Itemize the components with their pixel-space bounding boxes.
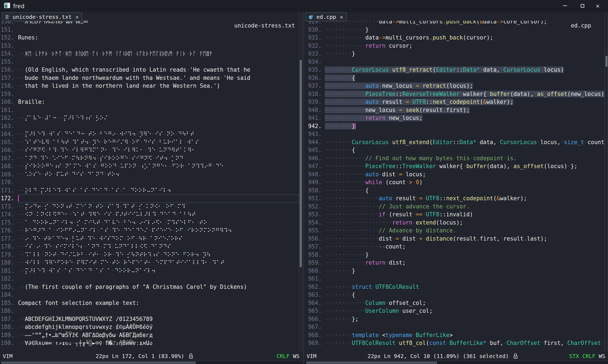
editor-line[interactable]: 963.········{	[304, 291, 604, 299]
editor-line[interactable]: 932.············return·cursor;	[304, 42, 604, 50]
editor-line[interactable]: 957.················--count;	[304, 243, 604, 251]
line-text[interactable]: ··ABCDEFGHIJKLMNOPQRSTUVWXYZ·/0123456789	[18, 315, 299, 323]
line-text[interactable]: ········};	[325, 315, 604, 323]
editor-line[interactable]: 949.············while·(count·>·0)	[304, 178, 604, 187]
tab-unicode-stress[interactable]: unicode-stress.txt ✕	[2, 12, 82, 21]
line-text[interactable]: ········UTF8ColResult·utf8_col(const·Buf…	[325, 339, 604, 347]
line-text[interactable]: ················--count;	[325, 243, 604, 251]
tab-close-icon[interactable]: ✕	[76, 14, 79, 20]
editor-line[interactable]: 174.··⠪⠝·⠅⠝⠪⠇⠫⠛⠑⠂·⠱⠁⠞·⠹⠻⠑·⠊⠎·⠏⠜⠞⠊⠊⠥⠇⠜⠇⠹·…	[0, 211, 299, 219]
line-text[interactable]: ··⡎⠊⠗⠕⠕⠛⠑⠰⠎·⠝⠁⠍⠑·⠺⠁⠎·⠛⠕⠕⠙·⠥⠏⠕⠝·⠰⡡⠁⠝⠛⠑⠂·⠋…	[18, 162, 299, 171]
line-text[interactable]: ··⡕⠇⠙·⡍⠜⠇⠑⠹·⠺⠁⠎·⠁⠎·⠙⠑⠁⠙·⠁⠎·⠁·⠙⠕⠕⠗⠤⠝⠁⠊⠇⠲	[18, 187, 299, 195]
line-text[interactable]: ············new_locus·=·seek(result.firs…	[325, 106, 604, 114]
line-text[interactable]: ··⠔·⠹⠑·⠞⠗⠁⠙⠑⠲·⡃⠥⠞·⠹⠑·⠺⠊⠎⠙⠕⠍·⠕⠋·⠳⠗·⠁⠝⠊⠑⠌⠕…	[18, 235, 299, 243]
line-text[interactable]	[325, 58, 604, 66]
editor-line[interactable]: 947.············PieceTree::TreeWalker·wa…	[304, 162, 604, 171]
line-text[interactable]: ············return·dist;	[325, 259, 604, 267]
editor-line[interactable]: 959.············return·dist;	[304, 259, 604, 267]
editor-line[interactable]: 938.············PieceTree::ReverseTreeWa…	[304, 90, 604, 98]
editor-line[interactable]: 953.················if·(result·==·UTF8::…	[304, 211, 604, 219]
editor-line[interactable]: 969.········UTF8ColResult·utf8_col(const…	[304, 339, 604, 347]
line-text[interactable]: ············UserColumn·user_col;	[325, 307, 604, 315]
editor-line[interactable]: 946.············//·Find·out·how·many·byt…	[304, 154, 604, 163]
editor-line[interactable]: 183.··(The·first·couple·of·paragraphs·of…	[0, 283, 299, 291]
editor-line[interactable]: 153.	[0, 42, 299, 50]
editor-line[interactable]: 161.	[0, 106, 299, 114]
line-text[interactable]: ················dist·=·dist·+·distance(r…	[325, 235, 604, 243]
line-text[interactable]: ············//·Find·out·how·many·bytes·t…	[325, 154, 604, 163]
line-text[interactable]: ············Column·offset_col;	[325, 299, 604, 307]
line-text[interactable]: ··(The·first·couple·of·paragraphs·of·"A·…	[18, 283, 299, 291]
line-text[interactable]: ··⡍⠜⠇⠑⠹·⠺⠁⠎·⠙⠑⠁⠙⠒·⠞⠕·⠃⠑⠛⠔·⠺⠊⠹⠲·⡹⠻⠑·⠊⠎·⠝⠕…	[18, 130, 299, 138]
line-text[interactable]	[18, 275, 299, 283]
editor-line[interactable]: 159.	[0, 90, 299, 98]
editor-line[interactable]: 187.··ABCDEFGHIJKLMNOPQRSTUVWXYZ·/012345…	[0, 315, 299, 323]
editor-line[interactable]: 955.················//·Advance·by·distan…	[304, 227, 604, 235]
line-text[interactable]: ········}	[325, 267, 604, 275]
editor-line[interactable]: 178.··⠊⠎·⠔·⠹⠑·⠎⠊⠍⠊⠇⠑⠆·⠁⠝⠙·⠍⠹·⠥⠝⠙⠁⠇⠇⠪⠫·⠙⠁…	[0, 243, 299, 251]
line-text[interactable]	[325, 323, 604, 331]
line-text[interactable]	[325, 130, 604, 138]
close-button[interactable]: ✕	[589, 0, 606, 11]
editor-line[interactable]: 945.········{	[304, 146, 604, 154]
line-text[interactable]: ············{	[325, 187, 604, 195]
line-text[interactable]: ········}	[325, 50, 604, 58]
tab-close-icon[interactable]: ✕	[340, 14, 343, 20]
line-text[interactable]: ············while·(count·>·0)	[325, 178, 604, 187]
line-text[interactable]: ··bude·thaem·lande·northweardum·with·tha…	[18, 74, 299, 82]
line-text[interactable]: ··⠪⠝·⠅⠝⠪⠇⠫⠛⠑⠂·⠱⠁⠞·⠹⠻⠑·⠊⠎·⠏⠜⠞⠊⠊⠥⠇⠜⠇⠹·⠙⠑⠁⠙…	[18, 211, 299, 219]
editor-line[interactable]: 954.····················return·extend(lo…	[304, 219, 604, 227]
editor-line[interactable]: 966.········};	[304, 315, 604, 323]
line-text[interactable]	[18, 178, 299, 187]
line-text[interactable]	[18, 291, 299, 299]
editor-line[interactable]: 951.················auto·result·=·UTF8::…	[304, 195, 604, 203]
line-text[interactable]: ········template·<typename·BufferLike>	[325, 331, 604, 339]
line-text[interactable]: ··⠗⠑⠛⠜⠙·⠁·⠊⠕⠋⠋⠔⠤⠝⠁⠊⠇·⠁⠎·⠹⠑·⠙⠑⠁⠙⠑⠌·⠏⠊⠑⠊⠑·…	[18, 227, 299, 235]
scrollbar-thumb[interactable]	[300, 60, 302, 267]
line-text[interactable]: ················if·(result·==·UTF8::inva…	[325, 211, 604, 219]
editor-line[interactable]: 171.··⡕⠇⠙·⡍⠜⠇⠑⠹·⠺⠁⠎·⠁⠎·⠙⠑⠁⠙·⠁⠎·⠁·⠙⠕⠕⠗⠤⠝⠁…	[0, 187, 299, 195]
editor-line[interactable]: 189.··–—‘“”„†•…‰™œŠŸž€·ΑΒΓΔΩαβγδω·АБВГДа…	[0, 331, 299, 339]
editor-line[interactable]: 937.············auto·new_locus·=·retract…	[304, 82, 604, 90]
line-text[interactable]: ················//·Just·advance·the·curs…	[325, 203, 604, 211]
editor-line[interactable]: 943.	[304, 130, 604, 138]
line-text[interactable]: ··that·he·lived·in·the·northern·land·nea…	[18, 82, 299, 90]
line-text[interactable]: ··⠎⠊⠛⠝⠫·⠃⠹·⠹⠑·⠊⠇⠻⠛⠹⠍⠁⠝⠂·⠹⠑·⠊⠇⠻⠅⠂·⠹⠑·⠥⠝⠙⠻…	[18, 146, 299, 154]
editor-line[interactable]: 166.··⠎⠊⠛⠝⠫·⠃⠹·⠹⠑·⠊⠇⠻⠛⠹⠍⠁⠝⠂·⠹⠑·⠊⠇⠻⠅⠂·⠹⠑·…	[0, 146, 299, 154]
line-text[interactable]: ········CursorLocus·utf8_retract(Editor:…	[325, 66, 604, 74]
editor-line[interactable]: 186.	[0, 307, 299, 315]
editor-line[interactable]: 185.Compact·font·selection·example·text:	[0, 299, 299, 307]
minimize-button[interactable]	[557, 0, 573, 11]
editor-line[interactable]: 952.················//·Just·advance·the·…	[304, 203, 604, 211]
line-text[interactable]: ············}	[325, 26, 604, 34]
scrollbar-thumb[interactable]	[606, 56, 607, 67]
editor-line[interactable]: 164.··⡍⠜⠇⠑⠹·⠺⠁⠎·⠙⠑⠁⠙⠒·⠞⠕·⠃⠑⠛⠔·⠺⠊⠹⠲·⡹⠻⠑·⠊…	[0, 130, 299, 138]
editor-line[interactable]: 941.············return·new_locus;	[304, 114, 604, 122]
editor-line[interactable]: 172.	[0, 195, 299, 203]
editor-line[interactable]: 936.········{	[304, 74, 604, 82]
editor-line[interactable]: 155.	[0, 58, 299, 66]
line-text[interactable]: ··⠁·⠙⠕⠕⠗⠤⠝⠁⠊⠇⠲·⡊·⠍⠊⠣⠞·⠙⠁⠧⠑·⠃⠑⠲·⠔⠊⠇⠔⠫⠂·⠍⠹…	[18, 219, 299, 227]
line-text[interactable]: ················auto·result·=·UTF8::next…	[325, 195, 604, 203]
line-text[interactable]: ····················return·extend(locus)…	[325, 219, 604, 227]
editor-line[interactable]: 968.········template·<typename·BufferLik…	[304, 331, 604, 339]
editor-line[interactable]: 182.	[0, 275, 299, 283]
line-text[interactable]: ··⡍⠜⠇⠑⠹·⠺⠁⠎·⠁⠎·⠙⠑⠁⠙·⠁⠎·⠁·⠙⠕⠕⠗⠤⠝⠁⠊⠇⠲	[18, 267, 299, 275]
editor-line[interactable]: 940.············new_locus·=·seek(result.…	[304, 106, 604, 114]
line-text[interactable]: ········{	[325, 291, 604, 299]
editor-line[interactable]: 930.············}	[304, 26, 604, 34]
line-text[interactable]: ··⠁⠝⠙·⠹⠑·⠡⠊⠑⠋·⠍⠳⠗⠝⠻⠲·⡎⠊⠗⠕⠕⠛⠑·⠎⠊⠛⠝⠫·⠊⠞⠲·⡁…	[18, 154, 299, 163]
editor-line[interactable]: 154.··ᚻᛖ·ᚳᚹᚫᚦ·ᚦᚫᛏ·ᚻᛖ·ᛒᚢᛞᛖ·ᚩᚾ·ᚦᚫᛗ·ᛚᚪᚾᛞᛖ·ᚾ…	[0, 50, 299, 58]
line-text[interactable]: ··abcdefghijklmnopqrstuvwxyz·£©µÀÆÖÞßéöÿ	[18, 323, 299, 331]
line-text[interactable]	[18, 106, 299, 114]
line-text[interactable]: ············auto·result·=·UTF8::next_cod…	[325, 98, 604, 106]
editor-line[interactable]: 960.········}	[304, 267, 604, 275]
maximize-button[interactable]	[574, 0, 591, 11]
line-text[interactable]	[18, 122, 299, 131]
editor-line[interactable]: 170.	[0, 178, 299, 187]
editor-line[interactable]: 933.········}	[304, 50, 604, 58]
right-vertical-scrollbar[interactable]	[605, 12, 608, 361]
scrollbar-thumb[interactable]	[306, 362, 437, 364]
line-text[interactable]: ············PieceTree::ReverseTreeWalker…	[325, 90, 604, 98]
editor-line[interactable]: 929.················data->multi_cursors.…	[304, 21, 604, 26]
